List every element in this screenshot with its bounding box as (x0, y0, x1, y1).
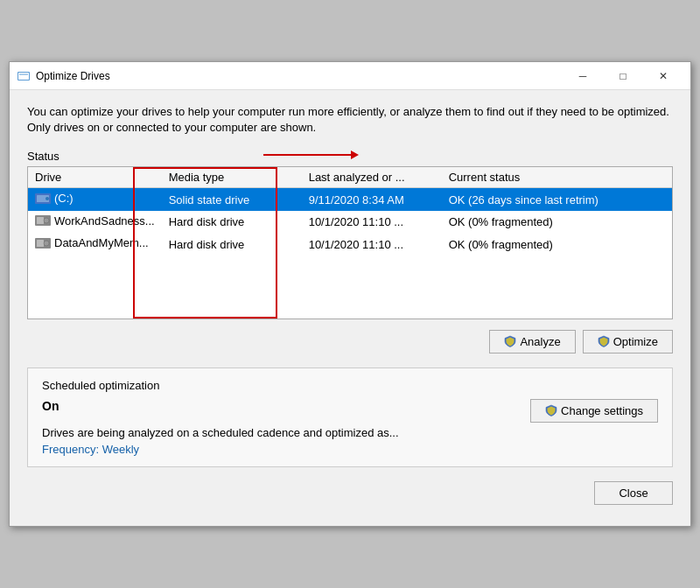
shield-icon (545, 404, 557, 416)
titlebar: Optimize Drives ─ □ ✕ (10, 62, 690, 90)
analyzed-cell: 10/1/2020 11:10 ... (302, 211, 442, 234)
table-row[interactable]: DataAndMyMem... Hard disk drive 10/1/202… (28, 233, 672, 256)
column-header-drive: Drive (28, 167, 162, 188)
analyze-button[interactable]: Analyze (489, 330, 575, 354)
window-icon (17, 69, 31, 83)
titlebar-buttons: ─ □ ✕ (563, 65, 683, 88)
action-buttons: Analyze Optimize (27, 330, 673, 354)
status-cell: OK (26 days since last retrim) (442, 188, 672, 211)
shield-icon (598, 335, 610, 347)
table-header-row: Drive Media type Last analyzed or ... Cu… (28, 167, 672, 188)
svg-point-5 (46, 197, 49, 200)
column-header-analyzed: Last analyzed or ... (302, 167, 442, 188)
status-cell: OK (0% fragmented) (442, 233, 672, 256)
annotation-arrow (263, 150, 359, 159)
table-row-empty (28, 256, 672, 276)
drive-cell: WorkAndSadness... (28, 211, 162, 234)
scheduled-header: On Change settings (42, 399, 658, 423)
scheduled-optimization-section: Scheduled optimization On Change setting… (27, 368, 673, 467)
svg-rect-10 (37, 240, 44, 247)
close-button[interactable]: Close (594, 481, 673, 505)
shield-icon (504, 335, 516, 347)
ssd-drive-icon (35, 192, 51, 205)
description-text: You can optimize your drives to help you… (27, 104, 673, 136)
table-row[interactable]: WorkAndSadness... Hard disk drive 10/1/2… (28, 211, 672, 234)
drives-table: Drive Media type Last analyzed or ... Cu… (28, 167, 672, 318)
change-settings-button[interactable]: Change settings (530, 399, 658, 423)
minimize-button[interactable]: ─ (563, 65, 603, 88)
drives-table-container: Drive Media type Last analyzed or ... Cu… (27, 166, 673, 319)
table-row-empty (28, 276, 672, 298)
svg-point-11 (44, 241, 49, 246)
drive-label: DataAndMyMem... (35, 236, 149, 249)
analyzed-cell: 10/1/2020 11:10 ... (302, 233, 442, 256)
optimize-button[interactable]: Optimize (583, 330, 673, 354)
hdd-drive-icon (35, 237, 51, 249)
scheduled-status: On (42, 399, 59, 413)
status-cell: OK (0% fragmented) (442, 211, 672, 234)
scheduled-on-status: On (42, 399, 59, 413)
frequency-text: Frequency: Weekly (42, 443, 658, 456)
optimize-drives-window: Optimize Drives ─ □ ✕ You can optimize y… (9, 61, 691, 527)
media-type-cell: Hard disk drive (162, 233, 302, 256)
scheduled-label: Scheduled optimization (42, 379, 658, 392)
column-header-status: Current status (442, 167, 672, 188)
analyzed-cell: 9/11/2020 8:34 AM (302, 188, 442, 211)
table-row[interactable]: (C:) Solid state drive 9/11/2020 8:34 AM… (28, 188, 672, 211)
window-title: Optimize Drives (36, 70, 563, 82)
close-window-button[interactable]: ✕ (643, 65, 683, 88)
window-content: You can optimize your drives to help you… (10, 90, 690, 526)
maximize-button[interactable]: □ (603, 65, 643, 88)
hdd-drive-icon (35, 214, 51, 227)
close-row: Close (27, 481, 673, 512)
svg-rect-7 (37, 217, 44, 224)
media-type-cell: Hard disk drive (162, 211, 302, 234)
media-type-cell: Solid state drive (162, 188, 302, 211)
svg-rect-2 (19, 74, 28, 75)
scheduled-description: Drives are being analyzed on a scheduled… (42, 426, 658, 439)
drive-cell: DataAndMyMem... (28, 233, 162, 256)
column-header-media: Media type (162, 167, 302, 188)
table-row-empty (28, 298, 672, 318)
drive-label: WorkAndSadness... (35, 214, 155, 228)
drive-label: (C:) (35, 192, 74, 205)
svg-point-8 (44, 218, 49, 223)
drive-cell: (C:) (28, 188, 162, 211)
